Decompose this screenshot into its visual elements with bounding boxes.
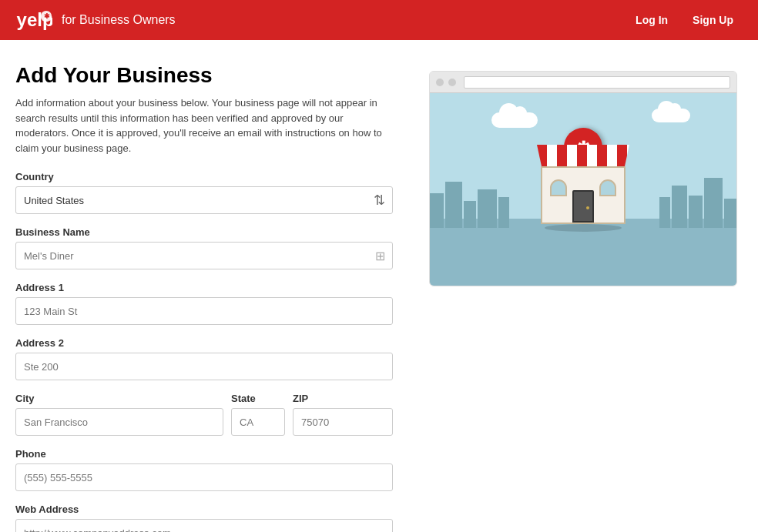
browser-forward-icon (448, 79, 456, 86)
zip-input[interactable] (293, 408, 393, 436)
page-title: Add Your Business (15, 63, 393, 88)
header-nav: Log In Sign Up (626, 9, 743, 31)
city-state-zip-group: City State ZIP (15, 393, 393, 436)
building-10 (724, 199, 736, 228)
illustration-section: ✱ (393, 63, 743, 532)
phone-input[interactable] (15, 463, 393, 491)
skyline-left (430, 182, 509, 228)
state-label: State (231, 393, 285, 404)
yelp-logo-icon: yelp ✱ (15, 6, 52, 34)
store-window-right (599, 179, 616, 196)
zip-label: ZIP (293, 393, 393, 404)
web-address-label: Web Address (15, 504, 393, 515)
header: yelp ✱ for Business Owners Log In Sign U… (0, 0, 758, 40)
store-window-left (550, 179, 567, 196)
door-knob (586, 206, 589, 209)
building-9 (704, 178, 723, 228)
address2-label: Address 2 (15, 337, 393, 349)
store-illustration (541, 145, 626, 232)
address2-field-group: Address 2 (15, 337, 393, 380)
country-select-wrapper: United States Canada United Kingdom Aust… (15, 186, 393, 214)
building-2 (445, 182, 462, 228)
svg-text:✱: ✱ (44, 12, 50, 20)
store-body (541, 166, 626, 224)
web-address-input[interactable] (15, 519, 393, 532)
browser-mockup: ✱ (429, 71, 737, 286)
skyline-right (659, 178, 736, 228)
browser-toolbar (430, 72, 736, 93)
city-label: City (15, 393, 223, 404)
building-1 (430, 193, 444, 228)
phone-field-group: Phone (15, 448, 393, 491)
phone-label: Phone (15, 448, 393, 460)
login-button[interactable]: Log In (626, 9, 677, 31)
zip-group: ZIP (293, 393, 393, 436)
building-3 (464, 201, 476, 228)
browser-back-icon (436, 79, 444, 86)
country-label: Country (15, 171, 393, 182)
city-group: City (15, 393, 223, 436)
state-group: State (231, 393, 285, 436)
country-field-group: Country United States Canada United King… (15, 171, 393, 214)
form-section: Add Your Business Add information about … (15, 63, 393, 532)
web-address-field-group: Web Address (15, 504, 393, 532)
store-awning (537, 145, 629, 166)
store-shadow (545, 224, 622, 232)
building-8 (689, 196, 703, 228)
signup-button[interactable]: Sign Up (683, 9, 743, 31)
building-7 (672, 186, 687, 228)
address2-input[interactable] (15, 353, 393, 380)
business-name-label: Business Name (15, 226, 393, 238)
business-name-field-group: Business Name ⊞ (15, 226, 393, 269)
browser-content: ✱ (430, 93, 736, 286)
building-icon: ⊞ (375, 249, 385, 263)
building-4 (478, 189, 497, 228)
address1-label: Address 1 (15, 282, 393, 293)
address1-field-group: Address 1 (15, 282, 393, 325)
building-6 (659, 197, 670, 228)
business-name-input[interactable] (15, 242, 393, 269)
cloud-left (491, 112, 538, 128)
awning-stripes (537, 145, 629, 166)
main-container: Add Your Business Add information about … (0, 40, 758, 532)
business-name-wrapper: ⊞ (15, 242, 393, 269)
building-5 (498, 197, 509, 228)
header-logo: yelp ✱ for Business Owners (15, 6, 176, 34)
city-input[interactable] (15, 408, 223, 436)
state-input[interactable] (231, 408, 285, 436)
store-door (572, 190, 594, 223)
header-tagline: for Business Owners (62, 13, 176, 27)
country-select[interactable]: United States Canada United Kingdom Aust… (15, 186, 393, 214)
address1-input[interactable] (15, 297, 393, 325)
cloud-right (652, 109, 690, 122)
page-description: Add information about your business belo… (15, 95, 393, 156)
